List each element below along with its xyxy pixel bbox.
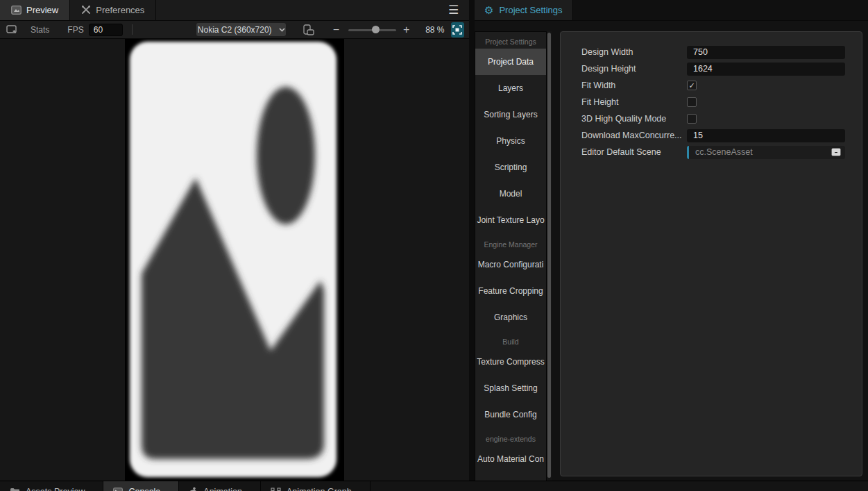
3d-high-quality-mode-checkbox[interactable]: ✓ bbox=[687, 114, 697, 124]
bottom-tab-label: Animation bbox=[203, 487, 242, 491]
sidebar-item-texture-compress[interactable]: Texture Compress bbox=[475, 349, 546, 375]
open-device-preview-icon[interactable] bbox=[6, 25, 17, 34]
tab-label: Preview bbox=[26, 5, 58, 15]
form-row: 3D High Quality Mode✓ bbox=[561, 110, 862, 127]
checkmark-icon: ✓ bbox=[688, 82, 695, 90]
sidebar-item-physics[interactable]: Physics bbox=[475, 128, 546, 154]
rotate-device-icon[interactable] bbox=[303, 24, 314, 35]
field-label: Editor Default Scene bbox=[581, 147, 687, 157]
sidebar-item-sorting-layers[interactable]: Sorting Layers bbox=[475, 101, 546, 128]
app-window: PreviewPreferences ☰ Stats FPS 60 Nokia … bbox=[0, 0, 868, 491]
bottom-tabbar: Assets PreviewConsoleAnimationAnimation … bbox=[0, 481, 868, 491]
field-label: Fit Width bbox=[581, 81, 687, 90]
sidebar-item-auto-material-con[interactable]: Auto Material Con bbox=[475, 446, 546, 472]
field-value: 1624 bbox=[693, 64, 713, 74]
field-control: ✓ bbox=[687, 81, 845, 90]
asset-picker-icon[interactable] bbox=[831, 148, 841, 156]
tab-preview[interactable]: Preview bbox=[0, 0, 70, 20]
sidebar-item-bundle-config[interactable]: Bundle Config bbox=[475, 401, 546, 428]
tab-preferences[interactable]: Preferences bbox=[70, 0, 156, 20]
editor-default-scene-input[interactable]: cc.SceneAsset bbox=[687, 146, 845, 159]
chevron-down-icon bbox=[279, 28, 285, 32]
tools-icon bbox=[81, 6, 91, 15]
preview-icon bbox=[11, 6, 22, 15]
zoom-slider-thumb[interactable] bbox=[372, 26, 380, 33]
field-label: Download MaxConcurre... bbox=[581, 131, 687, 140]
zoom-percent: 88 % bbox=[421, 25, 445, 35]
sidebar-group-label: engine-extends bbox=[475, 428, 546, 446]
form-row: Download MaxConcurre...15 bbox=[561, 127, 862, 144]
form-row: Design Height1624 bbox=[561, 60, 862, 77]
project-data-form: Design Width750Design Height1624Fit Widt… bbox=[561, 32, 862, 160]
gear-icon: ⚙ bbox=[484, 5, 493, 15]
game-canvas[interactable] bbox=[125, 39, 344, 481]
device-value: Nokia C2 (360x720) bbox=[198, 25, 272, 35]
placeholder-image bbox=[125, 39, 344, 481]
toolbar-separator bbox=[132, 24, 133, 35]
stats-toggle[interactable]: Stats bbox=[31, 25, 49, 35]
field-label: Fit Height bbox=[581, 97, 687, 107]
device-select[interactable]: Nokia C2 (360x720) bbox=[196, 23, 286, 36]
sidebar-item-model[interactable]: Model bbox=[475, 181, 546, 207]
sidebar-item-scripting[interactable]: Scripting bbox=[475, 154, 546, 181]
settings-content: Design Width750Design Height1624Fit Widt… bbox=[560, 31, 862, 476]
bottom-tab-assets-preview[interactable]: Assets Preview bbox=[0, 481, 103, 491]
sidebar-scrollbar-thumb[interactable] bbox=[547, 33, 551, 478]
sidebar-scrollbar[interactable] bbox=[547, 31, 552, 481]
field-control: 15 bbox=[687, 129, 845, 142]
download-maxconcurre--input[interactable]: 15 bbox=[687, 129, 845, 142]
sidebar-group-label: Project Settings bbox=[475, 32, 546, 49]
fit-width-checkbox[interactable]: ✓ bbox=[687, 81, 697, 90]
zoom-slider[interactable] bbox=[348, 25, 396, 35]
fit-height-checkbox[interactable]: ✓ bbox=[687, 97, 697, 107]
sidebar-item-macro-configurati[interactable]: Macro Configurati bbox=[475, 251, 546, 278]
preview-tabbar: PreviewPreferences ☰ bbox=[0, 0, 469, 21]
field-control: ✓ bbox=[687, 97, 845, 107]
sidebar-group-label: Build bbox=[475, 331, 546, 349]
sidebar-item-joint-texture-layo[interactable]: Joint Texture Layo bbox=[475, 207, 546, 233]
fps-value: 60 bbox=[94, 25, 103, 35]
design-height-input[interactable]: 1624 bbox=[687, 63, 845, 76]
field-value: 15 bbox=[693, 131, 703, 140]
bottom-tab-console[interactable]: Console bbox=[103, 481, 179, 491]
zoom-in-button[interactable]: + bbox=[402, 24, 411, 36]
tab-project-settings[interactable]: ⚙ Project Settings bbox=[475, 0, 573, 20]
form-row: Fit Height✓ bbox=[561, 94, 862, 110]
sidebar-item-layers[interactable]: Layers bbox=[475, 75, 546, 101]
sidebar-item-project-data[interactable]: Project Data bbox=[475, 49, 546, 75]
design-width-input[interactable]: 750 bbox=[687, 46, 845, 59]
bottom-tab-label: Animation Graph bbox=[287, 487, 352, 491]
console-icon bbox=[113, 488, 123, 491]
bottom-tab-label: Assets Preview bbox=[26, 487, 85, 491]
field-control: 1624 bbox=[687, 63, 845, 76]
asset-placeholder: cc.SceneAsset bbox=[695, 147, 831, 157]
sidebar-item-splash-setting[interactable]: Splash Setting bbox=[475, 375, 546, 401]
bottom-tab-animation[interactable]: Animation bbox=[179, 481, 261, 491]
expand-icon bbox=[452, 25, 462, 35]
settings-tab-label: Project Settings bbox=[499, 5, 562, 15]
fps-label: FPS bbox=[67, 25, 83, 35]
bottom-tab-animation-graph[interactable]: Animation Graph bbox=[261, 481, 371, 491]
fit-canvas-button[interactable] bbox=[451, 22, 464, 38]
field-label: 3D High Quality Mode bbox=[581, 114, 687, 124]
field-label: Design Width bbox=[581, 47, 687, 57]
form-row: Design Width750 bbox=[561, 44, 862, 60]
preview-canvas-area bbox=[0, 39, 469, 481]
settings-tabbar: ⚙ Project Settings bbox=[475, 0, 868, 21]
sidebar-group-label: Engine Manager bbox=[475, 233, 546, 251]
settings-body: Project SettingsProject DataLayersSortin… bbox=[475, 21, 868, 481]
fps-input[interactable]: 60 bbox=[89, 24, 123, 36]
sidebar-item-feature-cropping[interactable]: Feature Cropping bbox=[475, 278, 546, 304]
folder-icon bbox=[10, 488, 20, 491]
form-row: Editor Default Scenecc.SceneAsset bbox=[561, 144, 862, 160]
sidebar-item-graphics[interactable]: Graphics bbox=[475, 304, 546, 331]
hamburger-menu-icon[interactable]: ☰ bbox=[448, 4, 461, 16]
zoom-out-button[interactable]: − bbox=[331, 24, 341, 36]
tab-label: Preferences bbox=[96, 5, 144, 15]
field-control: cc.SceneAsset bbox=[687, 146, 845, 159]
preview-toolbar: Stats FPS 60 Nokia C2 (360x720) − + 88 % bbox=[0, 21, 469, 39]
bottom-tab-label: Console bbox=[128, 487, 160, 491]
form-row: Fit Width✓ bbox=[561, 77, 862, 94]
field-label: Design Height bbox=[581, 64, 687, 74]
field-control: 750 bbox=[687, 46, 845, 59]
